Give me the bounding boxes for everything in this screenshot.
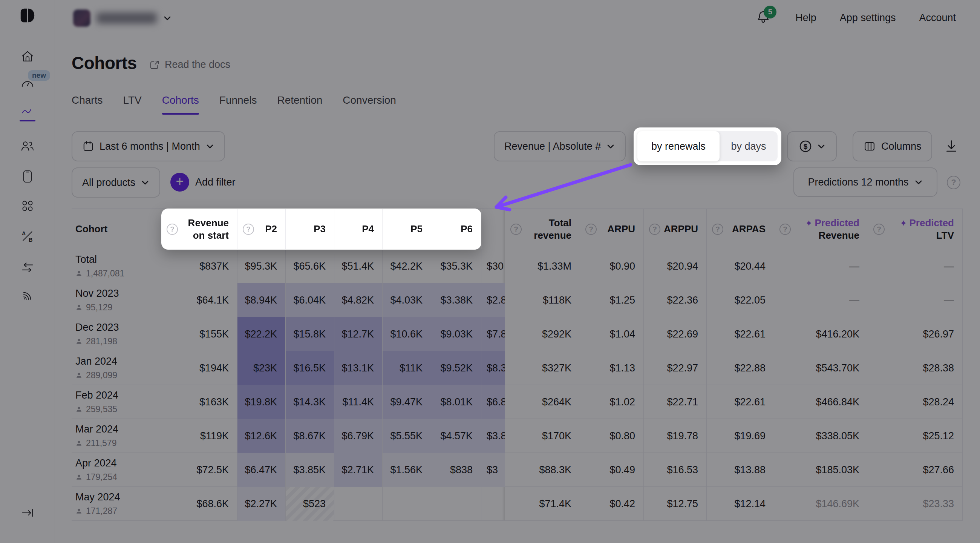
sidebar-item-event-feed[interactable] (19, 287, 36, 304)
help-icon[interactable]: ? (167, 224, 178, 235)
account-link[interactable]: Account (919, 12, 956, 24)
cell-p7 (481, 487, 505, 521)
chevron-down-icon (205, 142, 215, 151)
cell-arpas: $22.88 (707, 351, 774, 385)
toggle-by-days[interactable]: by days (719, 131, 778, 161)
cell-arpu: $1.02 (580, 385, 644, 419)
cohort-label: Nov 2023 (75, 288, 161, 299)
toggle-by-renewals[interactable]: by renewals (637, 131, 719, 161)
help-icon[interactable]: ? (780, 224, 791, 235)
cell-arpu: $0.90 (580, 249, 644, 283)
help-icon[interactable]: ? (585, 224, 597, 235)
svg-text:$: $ (803, 143, 808, 150)
cell-rev: $68.6K (161, 487, 237, 521)
sidebar-item-transfers[interactable] (19, 260, 36, 276)
cell-p6: $9.52K (431, 351, 481, 385)
column-header-rev: ?Revenueon start (161, 209, 237, 249)
cohort-label: Total (75, 254, 161, 266)
cell-total: $170K (505, 419, 580, 453)
cohort-label: Jan 2024 (75, 355, 161, 367)
cell-arppu: $22.36 (644, 283, 707, 317)
cell-cohort: Nov 202395,129 (72, 283, 161, 317)
cell-arppu: $22.71 (644, 385, 707, 419)
cell-p6: $3.38K (431, 283, 481, 317)
help-icon[interactable]: ? (243, 224, 254, 235)
columns-button[interactable]: Columns (853, 131, 932, 161)
plus-icon: + (170, 173, 189, 191)
cell-predltv: $26.97 (868, 317, 963, 351)
cohort-users: 171,287 (75, 506, 161, 516)
predictions-dropdown[interactable]: Predictions 12 months (794, 167, 937, 197)
external-link-icon (149, 59, 160, 70)
cell-p7: $2.8 (481, 283, 505, 317)
tab-ltv[interactable]: LTV (123, 94, 142, 112)
sidebar-item-products[interactable] (19, 197, 36, 214)
cell-rev: $194K (161, 351, 237, 385)
notifications-badge: 5 (764, 6, 776, 19)
cell-p5: $10.6K (383, 317, 431, 351)
cell-p6: $8.01K (431, 385, 481, 419)
cell-p4: $2.71K (334, 453, 383, 487)
cell-p4: $51.4K (334, 249, 383, 283)
column-header-arpu: ?ARPU (580, 209, 644, 249)
cell-cohort: Feb 2024259,535 (72, 385, 161, 419)
cell-predltv: — (868, 249, 963, 283)
cell-total: $327K (505, 351, 580, 385)
cell-arpu: $0.49 (580, 453, 644, 487)
sidebar-item-apps[interactable] (19, 168, 36, 185)
cell-p4: $13.1K (334, 351, 383, 385)
help-icon[interactable]: ? (511, 224, 522, 235)
sidebar-item-audience[interactable] (19, 138, 36, 154)
tab-charts[interactable]: Charts (72, 94, 102, 112)
cell-p2: $8.94K (237, 283, 286, 317)
adapty-logo-icon[interactable] (19, 7, 36, 24)
cohort-users: 211,579 (75, 438, 161, 448)
cohort-users: 289,099 (75, 370, 161, 381)
chevron-down-icon (163, 14, 172, 22)
sidebar-item-home[interactable] (19, 48, 36, 65)
notifications-bell-icon[interactable]: 5 (756, 10, 772, 27)
cell-arppu: $19.78 (644, 419, 707, 453)
tab-retention[interactable]: Retention (277, 94, 322, 112)
cell-total: $264K (505, 385, 580, 419)
help-icon[interactable]: ? (712, 224, 723, 235)
tab-cohorts[interactable]: Cohorts (162, 94, 199, 112)
cohort-users: 281,198 (75, 336, 161, 347)
tab-conversion[interactable]: Conversion (343, 94, 396, 112)
help-icon[interactable]: ? (649, 224, 660, 235)
column-header-p4: P4 (334, 209, 383, 249)
sparkle-icon: ✦ (805, 218, 812, 228)
cell-p7: $7.8 (481, 317, 505, 351)
help-icon[interactable]: ? (873, 224, 885, 235)
column-header-predrev: ?✦PredictedRevenue (774, 209, 868, 249)
metric-dropdown[interactable]: Revenue | Absolute # (494, 131, 626, 161)
cell-p4: $4.82K (334, 283, 383, 317)
cell-arpas: $22.05 (707, 283, 774, 317)
cell-p6: $35.3K (431, 249, 481, 283)
tab-funnels[interactable]: Funnels (220, 94, 257, 112)
user-icon (75, 372, 83, 379)
table-row: Jan 2024289,099$194K$23K$16.5K$13.1K$11K… (72, 351, 963, 385)
sidebar-item-charts[interactable] (19, 105, 36, 121)
cell-p5: $4.03K (383, 283, 431, 317)
charts-active-underline (20, 120, 35, 121)
products-dropdown[interactable]: All products (72, 167, 160, 197)
cell-p2: $95.3K (237, 249, 286, 283)
sidebar-item-ab-test[interactable]: AB (19, 228, 36, 244)
cell-rev: $72.5K (161, 453, 237, 487)
cell-p6: $4.57K (431, 419, 481, 453)
download-button[interactable] (939, 134, 963, 158)
predictions-help-icon[interactable]: ? (947, 176, 960, 189)
date-range-dropdown[interactable]: Last 6 months | Month (72, 131, 225, 161)
cell-predltv: $27.66 (868, 453, 963, 487)
cell-arpu: $0.80 (580, 419, 644, 453)
column-header-p3: P3 (286, 209, 334, 249)
currency-dropdown[interactable]: $ (787, 131, 837, 161)
help-link[interactable]: Help (795, 12, 816, 24)
sidebar-collapse-icon[interactable] (19, 505, 36, 521)
page-title: Cohorts (72, 53, 137, 73)
app-settings-link[interactable]: App settings (840, 12, 896, 24)
add-filter-button[interactable]: + Add filter (170, 167, 235, 197)
read-the-docs-link[interactable]: Read the docs (149, 59, 230, 70)
app-selector[interactable] (73, 10, 172, 27)
